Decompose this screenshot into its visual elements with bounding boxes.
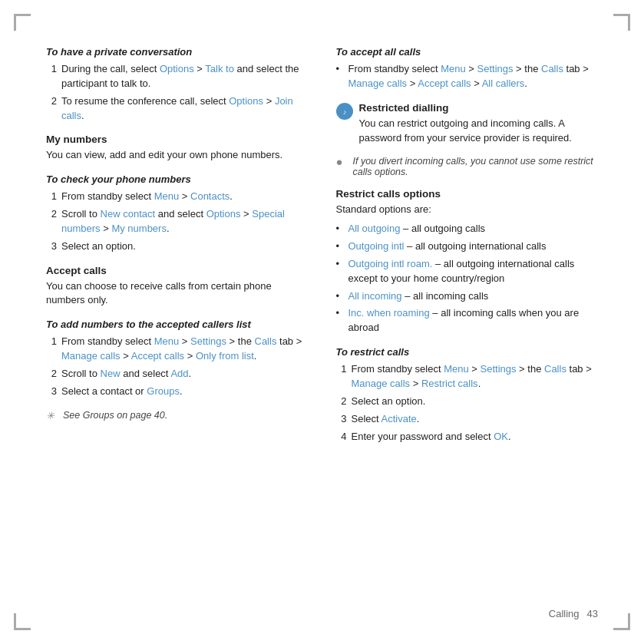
main-content: To have a private conversation 1 During …	[46, 46, 598, 454]
accept-all-bullets: From standby select Menu > Settings > th…	[336, 62, 599, 91]
accept-all-calls-section: To accept all calls From standby select …	[336, 46, 599, 91]
restricted-box: ♪ Restricted dialling You can restrict o…	[336, 102, 599, 150]
restrict-option-5: Inc. when roaming – all incoming calls w…	[336, 306, 599, 335]
check-step-1-text: From standby select Menu > Contacts.	[61, 190, 233, 204]
check-step-1-num: 1	[46, 190, 57, 204]
restricted-dialling-section: ♪ Restricted dialling You can restrict o…	[336, 102, 599, 178]
inc-when-roaming-link: Inc. when roaming	[348, 307, 430, 319]
manage-calls-link-r2: Manage calls	[352, 378, 411, 389]
restrict-step-1-text: From standby select Menu > Settings > th…	[352, 362, 599, 391]
my-numbers-section: My numbers You can view, add and edit yo…	[46, 134, 309, 163]
restrict-step-1: 1 From standby select Menu > Settings > …	[336, 362, 599, 391]
corner-decoration-tr	[613, 14, 630, 31]
check-step-2-num: 2	[46, 207, 57, 236]
check-step-3: 3 Select an option.	[46, 239, 309, 254]
restricted-note-row: ● If you divert incoming calls, you cann…	[336, 156, 599, 177]
add-step-2-text: Scroll to New and select Add.	[61, 367, 191, 381]
tip-text: See Groups on page 40.	[63, 410, 167, 421]
talk-to-link: Talk to	[205, 63, 234, 74]
add-numbers-title: To add numbers to the accepted callers l…	[46, 319, 309, 330]
restrict-options-list: All outgoing – all outgoing calls Outgoi…	[336, 222, 599, 335]
add-step-2: 2 Scroll to New and select Add.	[46, 367, 309, 381]
restrict-step-1-num: 1	[336, 362, 347, 391]
private-conversation-title: To have a private conversation	[46, 46, 309, 58]
private-conversation-section: To have a private conversation 1 During …	[46, 46, 309, 123]
restrict-options-section: Restrict calls options Standard options …	[336, 188, 599, 335]
my-numbers-link: My numbers	[111, 223, 167, 234]
restrict-step-2: 2 Select an option.	[336, 395, 599, 409]
add-numbers-section: To add numbers to the accepted callers l…	[46, 319, 309, 398]
restrict-calls-title: To restrict calls	[336, 346, 599, 358]
add-step-3-text: Select a contact or Groups.	[61, 385, 183, 399]
contacts-link: Contacts	[190, 190, 230, 202]
my-numbers-title: My numbers	[46, 134, 309, 145]
footer: Calling 43	[549, 608, 598, 619]
check-step-3-text: Select an option.	[61, 239, 136, 254]
step-1-text: During the call, select Options > Talk t…	[61, 62, 309, 91]
restrict-option-1: All outgoing – all outgoing calls	[336, 222, 599, 236]
footer-label: Calling	[549, 608, 580, 619]
restrict-calls-link: Restrict calls	[421, 378, 478, 389]
restrict-option-2-text: Outgoing intl – all outgoing internation…	[348, 239, 547, 254]
restricted-dialling-icon: ♪	[336, 103, 353, 120]
outgoing-intl-link: Outgoing intl	[348, 240, 405, 252]
add-step-3: 3 Select a contact or Groups.	[46, 385, 309, 399]
manage-calls-link-r1: Manage calls	[348, 78, 408, 89]
corner-decoration-bl	[14, 613, 31, 630]
accept-calls-link-1: Accept calls	[131, 350, 184, 362]
only-from-list-link: Only from list	[196, 350, 254, 362]
add-step-3-num: 3	[46, 385, 57, 399]
restricted-dialling-title: Restricted dialling	[359, 102, 599, 114]
accept-calls-body: You can choose to receive calls from cer…	[46, 279, 309, 309]
step-2: 2 To resume the conference call, select …	[46, 94, 309, 124]
activate-link: Activate	[381, 413, 417, 424]
add-step-1-text: From standby select Menu > Settings > th…	[61, 335, 309, 364]
check-step-1: 1 From standby select Menu > Contacts.	[46, 190, 309, 204]
restrict-step-2-num: 2	[336, 395, 347, 409]
all-outgoing-link: All outgoing	[348, 223, 401, 234]
calls-tab-link-r1: Calls	[541, 63, 563, 74]
all-callers-link: All callers	[482, 78, 525, 89]
corner-decoration-br	[613, 613, 630, 630]
restrict-step-4-num: 4	[336, 430, 347, 444]
left-column: To have a private conversation 1 During …	[46, 46, 309, 454]
check-step-2: 2 Scroll to New contact and select Optio…	[46, 207, 309, 236]
menu-link-r1: Menu	[441, 63, 466, 74]
options-link-2: Options	[229, 95, 263, 107]
add-numbers-steps: 1 From standby select Menu > Settings > …	[46, 335, 309, 398]
step-2-num: 2	[46, 94, 57, 124]
step-1: 1 During the call, select Options > Talk…	[46, 62, 309, 91]
accept-all-bullet-1-text: From standby select Menu > Settings > th…	[348, 62, 599, 91]
restrict-option-5-text: Inc. when roaming – all incoming calls w…	[348, 306, 599, 335]
settings-link-r1: Settings	[477, 63, 514, 74]
groups-link: Groups	[147, 385, 180, 397]
right-column: To accept all calls From standby select …	[336, 46, 599, 454]
warning-icon: ●	[336, 155, 348, 168]
menu-link-1: Menu	[154, 190, 180, 202]
restrict-step-3-text: Select Activate.	[352, 412, 420, 427]
check-phone-steps: 1 From standby select Menu > Contacts. 2…	[46, 190, 309, 253]
restrict-options-title: Restrict calls options	[336, 188, 599, 200]
menu-link-2: Menu	[154, 335, 180, 347]
add-step-1-num: 1	[46, 335, 57, 364]
restricted-note-text: If you divert incoming calls, you cannot…	[353, 156, 599, 177]
restrict-calls-section: To restrict calls 1 From standby select …	[336, 346, 599, 444]
corner-decoration-tl	[14, 14, 31, 31]
restricted-dialling-content: Restricted dialling You can restrict out…	[359, 102, 599, 150]
all-incoming-link: All incoming	[348, 290, 402, 302]
new-link: New	[101, 368, 121, 379]
new-contact-link: New contact	[101, 208, 156, 220]
accept-all-calls-title: To accept all calls	[336, 46, 599, 58]
accept-all-bullet-1: From standby select Menu > Settings > th…	[336, 62, 599, 91]
add-step-1: 1 From standby select Menu > Settings > …	[46, 335, 309, 364]
page: To have a private conversation 1 During …	[0, 0, 644, 644]
restricted-dialling-body: You can restrict outgoing and incoming c…	[359, 117, 599, 146]
svg-text:♪: ♪	[342, 108, 346, 116]
restrict-option-2: Outgoing intl – all outgoing internation…	[336, 239, 599, 254]
restrict-step-3: 3 Select Activate.	[336, 412, 599, 427]
manage-calls-link-1: Manage calls	[61, 350, 121, 362]
ok-link: OK	[494, 431, 508, 442]
check-phone-numbers-title: To check your phone numbers	[46, 173, 309, 185]
restrict-step-2-text: Select an option.	[352, 395, 426, 409]
private-conversation-steps: 1 During the call, select Options > Talk…	[46, 62, 309, 123]
